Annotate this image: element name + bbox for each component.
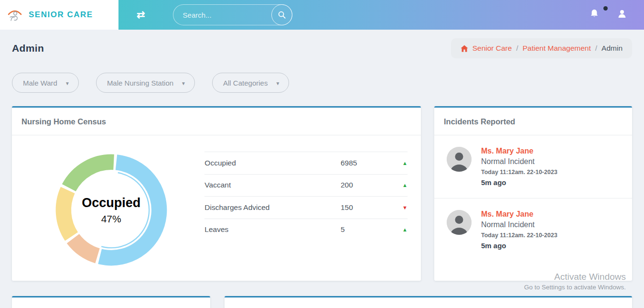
list-item: Ms. Mary Jane Normal Incident Today 11:1… [434,198,632,250]
categories-select[interactable]: All Categories ▼ [212,73,289,93]
incidents-card-title: Incidents Reported [434,108,632,135]
incident-time-ago: 5m ago [481,178,558,187]
bell-icon [589,8,600,20]
main-grid: Nursing Home Census Occupied 47 [12,106,632,281]
table-row: Occupied 6985 [204,152,408,174]
sidebar-toggle-swap-icon[interactable]: ⇄ [137,9,145,21]
user-icon [616,8,628,20]
census-row-value: 6985 [341,159,393,167]
avatar-person-icon [447,147,472,172]
census-card-title: Nursing Home Census [12,108,421,135]
breadcrumb-link-patient-management[interactable]: Patient Management [523,44,591,53]
nursing-home-census-card: Nursing Home Census Occupied 47 [12,106,421,281]
incidents-reported-card: Incidents Reported Ms. Mary Jane Normal … [434,106,632,281]
breadcrumb-separator: / [516,44,518,53]
categories-select-value: All Categories [223,79,268,87]
trend-up-icon [393,227,408,232]
census-row-value: 5 [341,225,393,234]
incident-patient-name[interactable]: Ms. Mary Jane [481,147,558,155]
trend-up-icon [393,160,408,166]
census-row-value: 200 [341,181,393,189]
search-input[interactable] [173,11,259,19]
census-donut-area: Occupied 47% [21,145,201,269]
incident-timestamp: Today 11:12am. 22-10-2023 [481,169,558,176]
chevron-down-icon: ▼ [275,81,280,86]
bottom-grid: Today's Tasks Leave Cost Analysis [12,296,632,308]
search-bar [173,4,292,25]
incident-time-ago: 5m ago [481,242,558,250]
leave-cost-analysis-card: Leave Cost Analysis [225,296,632,308]
page-title: Admin [12,43,44,54]
brand-logo-block[interactable]: SENIOR CARE [0,0,118,30]
census-row-label: Leaves [204,225,341,234]
page-header-row: Admin Senior Care / Patient Management /… [12,38,632,58]
nursing-station-select[interactable]: Male Nursing Station ▼ [96,73,195,93]
search-button[interactable] [271,4,292,25]
profile-button[interactable] [616,8,628,22]
breadcrumb-link-home[interactable]: Senior Care [472,44,512,53]
home-icon [461,45,468,52]
census-card-body: Occupied 47% Occupied 6985 Vaccant 200 [12,135,421,269]
ward-select-value: Male Ward [23,79,57,87]
breadcrumb: Senior Care / Patient Management / Admin [451,38,632,58]
census-row-label: Vaccant [204,181,341,189]
census-row-label: Discharges Adviced [204,203,341,212]
notification-dot-badge [603,6,608,11]
incident-patient-name[interactable]: Ms. Mary Jane [481,210,558,219]
chevron-down-icon: ▼ [65,81,70,86]
incident-type: Normal Incident [481,220,558,229]
search-icon [278,11,286,19]
avatar [447,147,472,172]
senior-care-logo-icon [7,7,23,22]
breadcrumb-separator: / [595,44,597,53]
avatar [447,210,472,235]
incident-type: Normal Incident [481,157,558,166]
navbar-gradient-area: ⇄ [118,0,644,30]
list-item: Ms. Mary Jane Normal Incident Today 11:1… [434,135,632,187]
census-row-value: 150 [341,203,393,212]
incident-details: Ms. Mary Jane Normal Incident Today 11:1… [481,210,558,250]
census-table: Occupied 6985 Vaccant 200 Discharges Adv… [204,152,408,269]
top-navbar: SENIOR CARE ⇄ [0,0,644,30]
trend-up-icon [393,182,408,188]
nursing-station-select-value: Male Nursing Station [107,79,173,87]
incident-details: Ms. Mary Jane Normal Incident Today 11:1… [481,147,558,187]
census-row-label: Occupied [204,159,341,167]
page-content: Admin Senior Care / Patient Management /… [0,38,644,308]
incident-timestamp: Today 11:12am. 22-10-2023 [481,232,558,239]
navbar-right-icons [589,8,628,22]
chevron-down-icon: ▼ [181,81,186,86]
filter-row: Male Ward ▼ Male Nursing Station ▼ All C… [12,73,632,93]
todays-tasks-card: Today's Tasks [12,296,210,308]
breadcrumb-current: Admin [601,44,623,53]
census-donut-chart [52,151,171,269]
table-row: Leaves 5 [204,219,408,241]
brand-name: SENIOR CARE [29,10,93,20]
ward-select[interactable]: Male Ward ▼ [12,73,79,93]
table-row: Discharges Adviced 150 [204,196,408,219]
avatar-person-icon [447,210,472,235]
trend-down-icon [393,205,408,210]
table-row: Vaccant 200 [204,174,408,197]
notifications-button[interactable] [589,8,600,22]
